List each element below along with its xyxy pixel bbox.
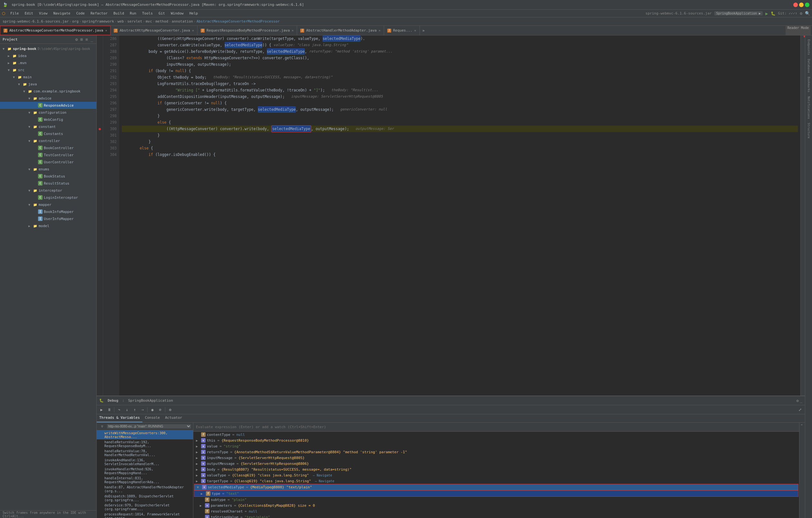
stack-frame-1[interactable]: handleReturnValue:192, RequestResponseBo…: [97, 439, 193, 449]
breakpoint-icon[interactable]: ●: [98, 127, 101, 131]
debug-tab-console[interactable]: Console: [142, 414, 163, 422]
var-returnType[interactable]: ▶ v returnType = {AnnotatedMethodS$Retur…: [193, 449, 799, 455]
tree-model[interactable]: ▶ 📁 model: [0, 222, 96, 230]
tree-user-mapper[interactable]: I UserInfoMapper: [0, 215, 96, 222]
breadcrumb-springframework[interactable]: springframework: [82, 19, 114, 24]
tree-controller[interactable]: ▼ 📁 controller: [0, 137, 96, 144]
debug-sidebar-restore[interactable]: ⬆: [800, 423, 804, 427]
sidebar-structure-icon[interactable]: Structure: [807, 121, 811, 140]
code-editor[interactable]: ● 286 287 288 289 290 291 292 293: [97, 35, 805, 396]
stack-frame-7[interactable]: doDispatch:1089, DispatcherServlet (org.…: [97, 493, 193, 502]
tree-main[interactable]: ▼ 📁 main: [0, 73, 96, 81]
evaluate-input[interactable]: [196, 425, 796, 429]
stack-frame-8[interactable]: doService:979, DispatcherServlet (org.sp…: [97, 502, 193, 512]
stack-frame-2[interactable]: handleReturnValue:78, HandlerMethodRetur…: [97, 449, 193, 457]
tree-resultstatus[interactable]: C ResultStatus: [0, 180, 96, 187]
tab-close-2[interactable]: ✕: [292, 29, 294, 32]
var-contentType[interactable]: f contentType = null: [193, 432, 799, 437]
debug-maximize-btn[interactable]: ⤢: [796, 406, 804, 413]
breadcrumb-class[interactable]: AbstractMessageConverterMethodProcessor: [197, 19, 280, 24]
run-btn[interactable]: ▶: [765, 11, 768, 16]
navigate-link-valueType[interactable]: — Navigate: [313, 474, 332, 477]
menu-refactor[interactable]: Refactor: [88, 11, 110, 16]
sidebar-notifications-icon[interactable]: Notifications: [807, 95, 811, 120]
breadcrumb-org[interactable]: org: [72, 19, 79, 24]
panel-minimize-icon[interactable]: _: [90, 37, 94, 42]
settings-icon[interactable]: ⚙: [800, 11, 802, 16]
tab-reques[interactable]: J Reques... ✕: [384, 26, 420, 35]
git-status[interactable]: Git: ✓✓✓↑: [778, 11, 798, 16]
debug-run-to-cursor-btn[interactable]: ⇢: [139, 406, 146, 413]
var-inputMessage[interactable]: ▶ v inputMessage = {ServletServerHttpReq…: [193, 455, 799, 461]
tree-com-example[interactable]: ▼ 📁 com.example.springbook: [0, 88, 96, 95]
var-this[interactable]: ▶ v this = {RequestResponseBodyMethodPro…: [193, 437, 799, 443]
menu-help[interactable]: Help: [187, 11, 201, 16]
menu-view[interactable]: View: [36, 11, 50, 16]
debug-resume-btn[interactable]: ▶: [98, 406, 105, 413]
tab-close-3[interactable]: ✕: [379, 29, 381, 32]
navigate-link-targetType[interactable]: — Navigate: [315, 479, 334, 483]
debug-minimize-icon[interactable]: _: [800, 398, 802, 403]
stack-frame-3[interactable]: invokeAndHandle:136, ServletInvocableHan…: [97, 457, 193, 466]
var-toStringValue[interactable]: v toStringValue = "text/plain": [193, 514, 799, 518]
menu-navigate[interactable]: Navigate: [51, 11, 73, 16]
tree-webconfig[interactable]: C WebConfig: [0, 116, 96, 123]
tree-user-ctrl[interactable]: C UserController: [0, 158, 96, 165]
tree-java[interactable]: ▼ 📁 java: [0, 81, 96, 88]
breadcrumb-mvc[interactable]: mvc: [146, 19, 152, 24]
menu-tools[interactable]: Tools: [140, 11, 155, 16]
tab-request-response[interactable]: J RequestResponseBodyMethodProcessor.jav…: [198, 26, 297, 35]
thread-selector[interactable]: http-nio-8080-ex...p "main": RUNNING: [107, 424, 191, 428]
panel-gear-icon[interactable]: ≡: [85, 37, 89, 42]
breadcrumb-web[interactable]: web: [117, 19, 124, 24]
debug-pause-btn[interactable]: ⏸: [106, 406, 113, 413]
debug-run-btn[interactable]: 🐛: [771, 11, 776, 16]
tree-src[interactable]: ▼ 📁 src: [0, 66, 96, 73]
debug-settings-icon[interactable]: ⚙: [796, 398, 799, 403]
panel-layout-icon[interactable]: ⊞: [80, 37, 84, 42]
menu-git[interactable]: Git: [156, 11, 168, 16]
panel-cog-icon[interactable]: ⚙: [75, 37, 79, 42]
breadcrumb-method[interactable]: method: [155, 19, 168, 24]
var-parameters[interactable]: ▶ v parameters = {Collections$EmptyMap@8…: [193, 502, 799, 508]
minimize-btn[interactable]: [799, 3, 804, 7]
tab-close-0[interactable]: ✕: [105, 29, 107, 32]
debug-mute-breakpoints-btn[interactable]: ⊘: [156, 406, 164, 413]
thread-filter-icon[interactable]: ▽: [98, 423, 106, 430]
tree-configuration[interactable]: ▼ 📁 configuration: [0, 109, 96, 116]
var-body[interactable]: ▶ v body = {Result@8807} "Result(status=…: [193, 466, 799, 472]
tree-bookstatus[interactable]: C BookStatus: [0, 173, 96, 180]
tab-abstract-message[interactable]: J AbstractMessageConverterMethodProcesso…: [0, 26, 111, 35]
tree-login-int[interactable]: C LoginInterceptor: [0, 194, 96, 201]
tab-abstract-handler[interactable]: J AbstractHandlerMethodAdapter.java ✕: [297, 26, 384, 35]
var-valueType[interactable]: ▶ v valueType = {Class@619} "class java.…: [193, 472, 799, 478]
debug-tab-actuator[interactable]: Actuator: [163, 414, 185, 422]
close-btn[interactable]: [793, 3, 798, 7]
tree-test-ctrl[interactable]: C TestController: [0, 151, 96, 158]
tree-idea[interactable]: ▶ 📁 idea: [0, 52, 96, 59]
tree-constant[interactable]: ▼ 📁 constant: [0, 123, 96, 130]
run-config[interactable]: SpringBookApplication ▶: [714, 11, 763, 16]
breadcrumb-jar[interactable]: spring-webmvc-6.1.6-sources.jar: [3, 19, 69, 24]
stack-frame-5[interactable]: handleInternal:831, RequestMappingHandle…: [97, 476, 193, 485]
menu-window[interactable]: Window: [168, 11, 186, 16]
tree-response-advice[interactable]: C ResponseAdvice: [0, 102, 96, 109]
var-type[interactable]: ▶ f type = "text": [194, 490, 799, 497]
tree-root[interactable]: ▼ 📁 spring-book D:\code\4Spring\spring-b…: [0, 45, 96, 52]
tree-book-ctrl[interactable]: C BookController: [0, 144, 96, 151]
tab-abstract-http[interactable]: J AbstractHttpMessageConverter.java ✕: [111, 26, 198, 35]
debug-view-breakpoints-btn[interactable]: ◉: [149, 406, 156, 413]
menu-file[interactable]: File: [8, 11, 22, 16]
tab-overflow-btn[interactable]: »: [420, 26, 427, 35]
maximize-btn[interactable]: [805, 3, 809, 7]
menu-run[interactable]: Run: [127, 11, 139, 16]
menu-edit[interactable]: Edit: [22, 11, 36, 16]
tab-close-4[interactable]: ✕: [414, 29, 416, 32]
debug-settings-btn[interactable]: ⚙: [167, 406, 174, 413]
tree-mvn[interactable]: ▶ 📁 .mvn: [0, 59, 96, 66]
debug-step-out-btn[interactable]: ↑: [131, 406, 138, 413]
var-value[interactable]: ▶ v value = "string": [193, 443, 799, 449]
var-outputMessage[interactable]: ▶ v outputMessage = {ServletServerHttpRe…: [193, 461, 799, 466]
debug-step-into-btn[interactable]: ↓: [123, 406, 130, 413]
stack-frame-4[interactable]: invokeHandlerMethod:926, RequestMappingH…: [97, 466, 193, 476]
